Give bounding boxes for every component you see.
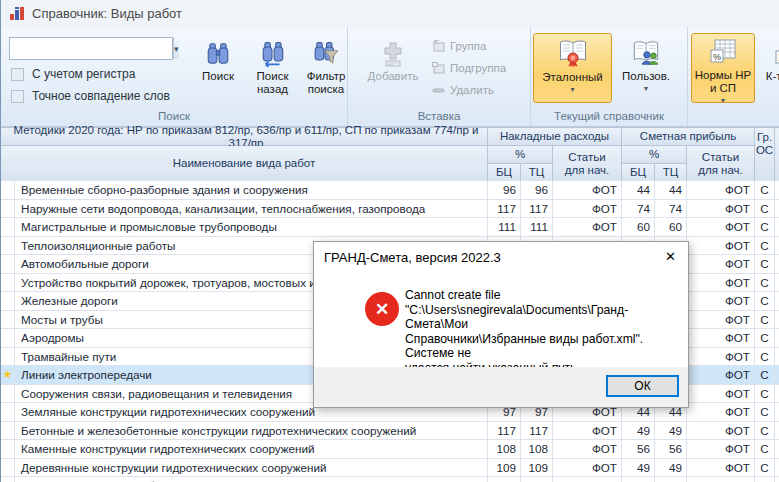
- cell-edge: [775, 477, 779, 482]
- dialog-title: ГРАНД-Смета, версия 2022.3: [314, 242, 688, 272]
- cell-sp-bc: 49: [622, 422, 655, 440]
- favorite-star-icon: [1, 477, 15, 482]
- checkbox-box[interactable]: [11, 90, 24, 103]
- cell-nr-article: ФОТ: [553, 459, 622, 477]
- cell-edge: [775, 181, 779, 199]
- cell-nr-bc: 117: [488, 422, 521, 440]
- cell-sp-bc: 60: [622, 218, 655, 236]
- subgroup-folder-icon: [432, 62, 445, 74]
- close-icon[interactable]: ✕: [654, 243, 687, 269]
- window-title: Справочник: Виды работ: [32, 6, 182, 21]
- cell-nr-bc: 111: [488, 218, 521, 236]
- cell-work-name: Временные сборно-разборные здания и соор…: [15, 181, 488, 199]
- column-header-percent-nr: %: [488, 146, 553, 164]
- table-row[interactable]: Гидроизоляционные работы в гидротехничес…: [1, 477, 779, 482]
- favorite-star-icon: [1, 403, 15, 421]
- favorite-star-icon: [1, 348, 15, 366]
- cell-edge: [775, 274, 779, 292]
- cell-sp-tc: 49: [655, 459, 687, 477]
- cell-group-os: С: [755, 311, 775, 329]
- search-input[interactable]: [10, 38, 173, 59]
- cell-sp-article: ФОТ: [687, 477, 755, 482]
- cell-nr-article: ФОТ: [553, 218, 622, 236]
- cell-sp-bc: 58: [622, 477, 655, 482]
- cell-edge: [775, 218, 779, 236]
- favorite-star-icon: [1, 218, 15, 236]
- cell-sp-article: ФОТ: [687, 403, 755, 421]
- table-row[interactable]: Временные сборно-разборные здания и соор…: [1, 181, 779, 200]
- cell-sp-article: ФОТ: [687, 329, 755, 347]
- cell-edge: [775, 200, 779, 218]
- group-label-current: Текущий справочник: [531, 110, 687, 122]
- button-label: Поиск назад: [246, 70, 299, 96]
- ok-button[interactable]: ОК: [606, 375, 679, 397]
- checkbox-box[interactable]: [11, 68, 24, 81]
- button-label: Нормы НР и СП: [692, 69, 754, 95]
- chevron-down-icon: ▾: [721, 97, 725, 105]
- add-button[interactable]: Добавить: [356, 33, 430, 103]
- cell-nr-tc: 111: [521, 218, 553, 236]
- button-label: Поиск: [202, 70, 234, 83]
- norms-button[interactable]: % Нормы НР и СП ▾: [691, 33, 755, 103]
- delete-minus-icon: [432, 84, 445, 96]
- cell-sp-article: ФОТ: [687, 292, 755, 310]
- checkbox-label: С учетом регистра: [32, 67, 135, 81]
- reference-book-button[interactable]: Эталонный ▾: [533, 33, 612, 103]
- binoculars-back-icon: [260, 33, 286, 67]
- favorite-star-icon: [1, 292, 15, 310]
- cell-edge: [775, 403, 779, 421]
- user-book-button[interactable]: Пользов. ▾: [615, 33, 677, 103]
- exact-match-checkbox[interactable]: Точное совпадение слов: [11, 89, 170, 103]
- insert-subgroup-button[interactable]: Подгруппа: [432, 58, 528, 78]
- cell-group-os: С: [755, 200, 775, 218]
- cell-group-os: С: [755, 181, 775, 199]
- cell-sp-bc: 74: [622, 200, 655, 218]
- button-label: Группа: [450, 40, 486, 52]
- delete-button[interactable]: Удалить: [432, 80, 528, 100]
- binoculars-filter-icon: [313, 33, 339, 67]
- cell-edge: [775, 385, 779, 403]
- ribbon-group-norms: % Нормы НР и СП ▾ К К-т НР и ▾: [688, 27, 779, 126]
- cell-sp-article: ФОТ: [687, 440, 755, 458]
- table-header: Методики 2020 года: НР по приказам 812/п…: [1, 127, 779, 181]
- search-combobox[interactable]: ▾: [9, 37, 173, 60]
- case-sensitive-checkbox[interactable]: С учетом регистра: [11, 67, 135, 81]
- favorite-star-icon: ★: [1, 366, 15, 384]
- error-dialog: ГРАНД-Смета, версия 2022.3 ✕ ✕ Cannot cr…: [313, 241, 689, 408]
- insert-group-button[interactable]: Группа: [432, 36, 528, 56]
- favorite-star-icon: [1, 311, 15, 329]
- table-row[interactable]: Наружные сети водопровода, канализации, …: [1, 200, 779, 219]
- cell-edge: [775, 255, 779, 273]
- cell-work-name: Каменные конструкции гидротехнических со…: [15, 440, 488, 458]
- table-row[interactable]: Магистральные и промысловые трубопроводы…: [1, 218, 779, 237]
- ribbon-group-search: ▾ С учетом регистра Точное совпадение сл…: [1, 27, 348, 126]
- favorite-star-icon: [1, 181, 15, 199]
- cell-nr-bc: 108: [488, 440, 521, 458]
- cell-nr-tc: 102: [521, 477, 553, 482]
- chevron-down-icon: ▾: [644, 85, 648, 93]
- cell-sp-article: ФОТ: [687, 459, 755, 477]
- find-filter-button[interactable]: Фильтр поиска: [299, 33, 353, 103]
- cell-edge: [775, 237, 779, 255]
- cell-sp-tc: 49: [655, 422, 687, 440]
- column-header-profit: Сметная прибыль: [622, 128, 755, 146]
- cell-nr-tc: 117: [521, 200, 553, 218]
- cell-group-os: С: [755, 274, 775, 292]
- cell-group-os: С: [755, 237, 775, 255]
- cell-sp-article: ФОТ: [687, 200, 755, 218]
- column-header-articles-nr: Статьи для нач.: [553, 146, 622, 182]
- table-row[interactable]: Деревянные конструкции гидротехнических …: [1, 459, 779, 478]
- cell-edge: [775, 422, 779, 440]
- error-icon: ✕: [365, 292, 399, 326]
- cell-group-os: С: [755, 440, 775, 458]
- cell-sp-article: ФОТ: [687, 255, 755, 273]
- combo-dropdown-icon[interactable]: ▾: [173, 38, 179, 59]
- find-back-button[interactable]: Поиск назад: [246, 33, 299, 103]
- coefficients-button[interactable]: К К-т НР и ▾: [758, 33, 779, 103]
- column-header-name: Наименование вида работ: [1, 146, 488, 182]
- table-row[interactable]: Бетонные и железобетонные конструкции ги…: [1, 422, 779, 441]
- table-row[interactable]: Каменные конструкции гидротехнических со…: [1, 440, 779, 459]
- group-label-search: Поиск: [1, 110, 347, 122]
- cell-nr-article: ФОТ: [553, 422, 622, 440]
- find-button[interactable]: Поиск: [192, 33, 244, 103]
